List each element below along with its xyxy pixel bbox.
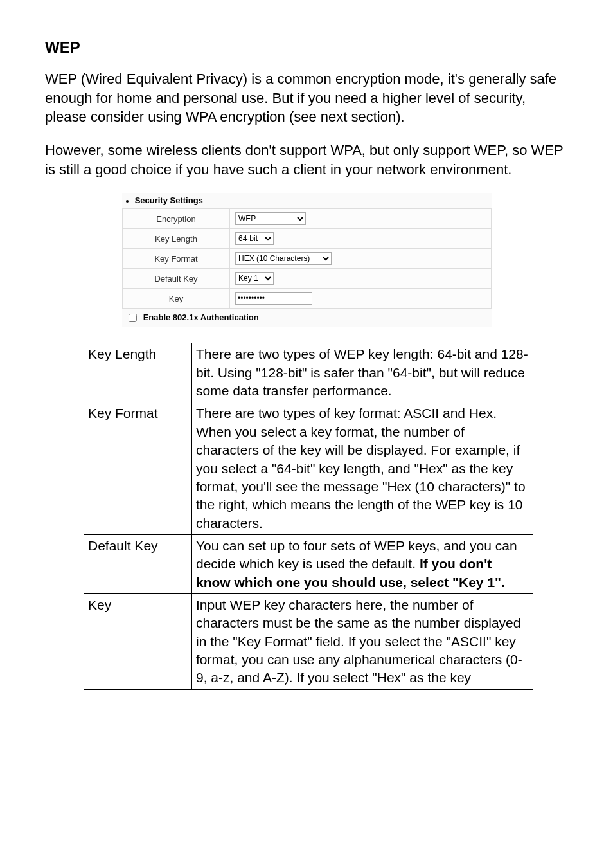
keyformat-select[interactable]: HEX (10 Characters) bbox=[235, 252, 332, 265]
security-settings-title-text: Security Settings bbox=[135, 195, 203, 205]
enable-8021x-row: Enable 802.1x Authentication bbox=[122, 309, 492, 327]
defaultkey-select[interactable]: Key 1 bbox=[235, 272, 274, 285]
description-table: Key Length There are two types of WEP ke… bbox=[84, 343, 533, 689]
enable-8021x-label: Enable 802.1x Authentication bbox=[143, 312, 259, 322]
desc-keyformat-text: There are two types of key format: ASCII… bbox=[192, 402, 533, 534]
desc-defaultkey-term: Default Key bbox=[84, 534, 192, 593]
key-label: Key bbox=[123, 289, 230, 309]
security-settings-title: Security Settings bbox=[122, 193, 492, 208]
desc-keylength-text: There are two types of WEP key length: 6… bbox=[192, 343, 533, 402]
keylength-label: Key Length bbox=[123, 229, 230, 249]
encryption-label: Encryption bbox=[123, 209, 230, 229]
desc-key-term: Key bbox=[84, 593, 192, 689]
keyformat-label: Key Format bbox=[123, 249, 230, 269]
enable-8021x-checkbox[interactable] bbox=[129, 314, 137, 322]
defaultkey-label: Default Key bbox=[123, 269, 230, 289]
desc-keylength-term: Key Length bbox=[84, 343, 192, 402]
encryption-select[interactable]: WEP bbox=[235, 212, 306, 225]
bullet-icon bbox=[126, 200, 129, 203]
key-input[interactable] bbox=[235, 292, 312, 305]
desc-keyformat-term: Key Format bbox=[84, 402, 192, 534]
desc-key-text: Input WEP key characters here, the numbe… bbox=[192, 593, 533, 689]
security-settings-panel: Security Settings Encryption WEP Key Len… bbox=[122, 193, 492, 327]
paragraph-1: WEP (Wired Equivalent Privacy) is a comm… bbox=[45, 69, 568, 127]
desc-defaultkey-text: You can set up to four sets of WEP keys,… bbox=[192, 534, 533, 593]
paragraph-2: However, some wireless clients don't sup… bbox=[45, 141, 568, 179]
keylength-select[interactable]: 64-bit bbox=[235, 232, 274, 245]
page-heading: WEP bbox=[45, 39, 568, 57]
